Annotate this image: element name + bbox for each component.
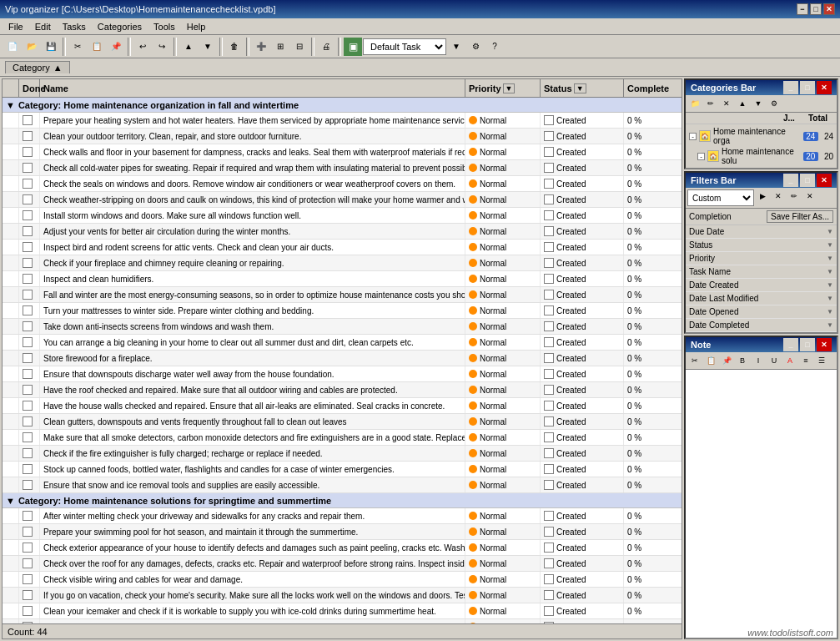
filters-panel-max[interactable]: □ [800, 174, 815, 187]
note-panel-min[interactable]: _ [783, 338, 798, 351]
task-done-cell[interactable] [19, 303, 40, 318]
cat-edit-btn[interactable]: ✏ [703, 97, 718, 110]
task-done-cell[interactable] [19, 556, 40, 571]
priority-sort-btn[interactable]: ▼ [503, 83, 516, 93]
task-done-cell[interactable] [19, 208, 40, 223]
filter-row[interactable]: Status ▼ [686, 239, 837, 252]
note-bold-btn[interactable]: B [735, 354, 750, 367]
note-cut-btn[interactable]: ✂ [687, 354, 702, 367]
paste-button[interactable]: 📌 [107, 38, 125, 56]
task-checkbox[interactable] [23, 131, 33, 141]
task-done-cell[interactable] [19, 477, 40, 492]
status-sort-btn[interactable]: ▼ [574, 83, 586, 93]
task-checkbox[interactable] [23, 369, 33, 379]
task-checkbox[interactable] [23, 321, 33, 331]
task-checkbox[interactable] [23, 274, 33, 284]
note-align-btn[interactable]: ≡ [798, 354, 813, 367]
cat-delete-btn[interactable]: ✕ [719, 97, 734, 110]
task-checkbox[interactable] [23, 210, 33, 220]
task-filter-select[interactable]: Default Task [363, 38, 446, 55]
filters-panel-close[interactable]: ✕ [817, 174, 832, 187]
filter-apply-btn[interactable]: ▶ [755, 189, 770, 203]
task-done-cell[interactable] [19, 144, 40, 159]
task-done-cell[interactable] [19, 192, 40, 207]
category-tab[interactable]: Category ▲ [5, 61, 70, 73]
note-textarea[interactable] [686, 370, 837, 638]
task-done-cell[interactable] [19, 603, 40, 618]
filter-row[interactable]: Date Created ▼ [686, 279, 837, 292]
undo-button[interactable]: ↩ [133, 38, 152, 56]
task-checkbox[interactable] [23, 290, 33, 300]
task-checkbox[interactable] [23, 226, 33, 236]
cat2-expand-icon[interactable]: ▼ [6, 496, 15, 506]
task-done-cell[interactable] [19, 351, 40, 366]
note-list-btn[interactable]: ☰ [814, 354, 829, 367]
task-done-cell[interactable] [19, 335, 40, 350]
task-checkbox[interactable] [23, 179, 33, 189]
categories-panel-min[interactable]: _ [783, 81, 798, 94]
task-done-cell[interactable] [19, 572, 40, 587]
task-done-cell[interactable] [19, 588, 40, 603]
down-button[interactable]: ▼ [199, 38, 217, 56]
task-done-cell[interactable] [19, 414, 40, 429]
settings-button[interactable]: ⚙ [466, 38, 485, 56]
task-checkbox[interactable] [23, 305, 33, 315]
task-checkbox[interactable] [23, 353, 33, 363]
note-color-btn[interactable]: A [782, 354, 797, 367]
cat-tree-item-1[interactable]: - 🏠 Home maintenance orga 24 24 [687, 126, 835, 146]
task-checkbox[interactable] [23, 115, 33, 125]
menu-file[interactable]: File [3, 21, 28, 33]
task-done-cell[interactable] [19, 382, 40, 397]
task-checkbox[interactable] [23, 480, 33, 490]
task-done-cell[interactable] [19, 446, 40, 461]
copy-button[interactable]: 📋 [88, 38, 106, 56]
filter-clear-btn[interactable]: ✕ [771, 189, 786, 203]
task-done-cell[interactable] [19, 160, 40, 175]
task-checkbox[interactable] [23, 242, 33, 252]
menu-tools[interactable]: Tools [148, 21, 180, 33]
task-checkbox[interactable] [23, 385, 33, 395]
task-checkbox[interactable] [23, 606, 33, 616]
help-button[interactable]: ? [485, 38, 504, 56]
filters-panel-min[interactable]: _ [783, 174, 798, 187]
note-panel-max[interactable]: □ [800, 338, 815, 351]
minimize-button[interactable]: − [797, 3, 808, 15]
task-checkbox[interactable] [23, 511, 33, 521]
task-done-cell[interactable] [19, 176, 40, 191]
add-subtask-button[interactable]: ➕ [252, 38, 270, 56]
task-checkbox[interactable] [23, 258, 33, 268]
cat-down-btn[interactable]: ▼ [751, 97, 766, 110]
open-button[interactable]: 📂 [23, 38, 41, 56]
note-italic-btn[interactable]: I [751, 354, 766, 367]
redo-button[interactable]: ↪ [153, 38, 171, 56]
task-done-cell[interactable] [19, 129, 40, 144]
filter-delete-btn[interactable]: ✕ [802, 189, 817, 203]
cat-new-btn[interactable]: 📁 [687, 97, 702, 110]
th-priority[interactable]: Priority ▼ [465, 79, 541, 97]
filter-row[interactable]: Date Completed ▼ [686, 319, 837, 332]
cat-settings-btn[interactable]: ⚙ [767, 97, 782, 110]
task-checkbox[interactable] [23, 527, 33, 537]
table-body[interactable]: ▼ Category: Home maintenance organizatio… [3, 98, 682, 623]
menu-categories[interactable]: Categories [93, 21, 147, 33]
task-checkbox[interactable] [23, 147, 33, 157]
filter-row[interactable]: Priority ▼ [686, 252, 837, 265]
task-checkbox[interactable] [23, 416, 33, 426]
task-checkbox[interactable] [23, 590, 33, 600]
task-done-cell[interactable] [19, 508, 40, 523]
note-panel-close[interactable]: ✕ [817, 338, 832, 351]
filter-edit-btn[interactable]: ✏ [787, 189, 802, 203]
filter-row[interactable]: Date Last Modified ▼ [686, 292, 837, 305]
task-done-cell[interactable] [19, 113, 40, 128]
task-done-cell[interactable] [19, 255, 40, 270]
filter-row[interactable]: Date Opened ▼ [686, 305, 837, 319]
task-done-cell[interactable] [19, 540, 40, 555]
th-status[interactable]: Status ▼ [541, 79, 624, 97]
menu-edit[interactable]: Edit [30, 21, 56, 33]
task-done-cell[interactable] [19, 524, 40, 539]
collapse-button[interactable]: ⊟ [290, 38, 309, 56]
filter-row[interactable]: Due Date ▼ [686, 225, 837, 239]
delete-button[interactable]: 🗑 [225, 38, 244, 56]
task-checkbox[interactable] [23, 194, 33, 204]
task-checkbox[interactable] [23, 543, 33, 553]
